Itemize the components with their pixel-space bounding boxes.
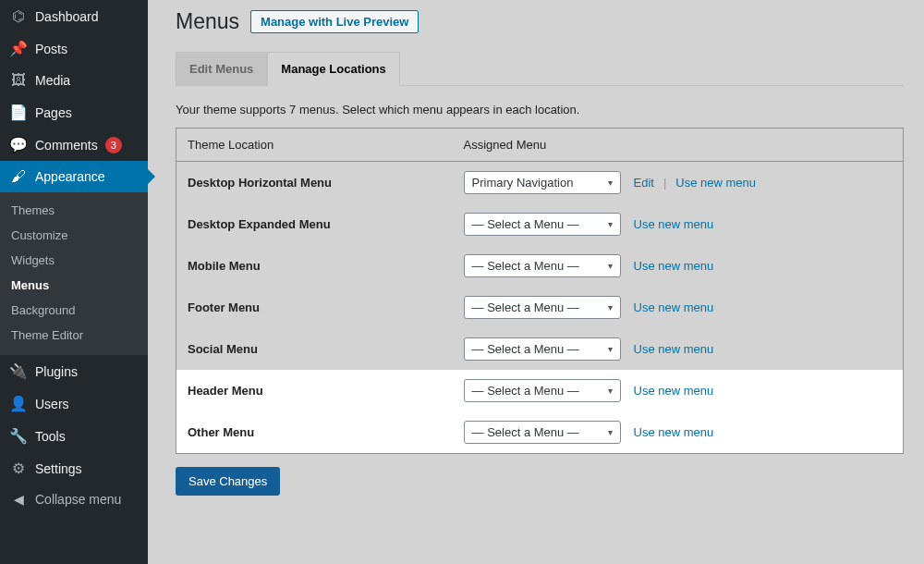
location-name: Footer Menu [176, 287, 453, 328]
use-new-menu-link[interactable]: Use new menu [634, 300, 714, 314]
sidebar-item-comments[interactable]: 💬 Comments 3 [0, 129, 148, 161]
menu-select[interactable]: — Select a Menu —▾ [464, 421, 621, 444]
menu-select-value: — Select a Menu — [472, 259, 579, 273]
sidebar-label-collapse: Collapse menu [35, 492, 121, 507]
sidebar-collapse[interactable]: ◀ Collapse menu [0, 484, 148, 514]
sidebar-item-users[interactable]: 👤 Users [0, 387, 148, 420]
sidebar-label-comments: Comments [35, 138, 98, 153]
row-links: Use new menu [634, 217, 714, 231]
location-assigned-cell: — Select a Menu —▾Use new menu [453, 245, 904, 287]
sidebar-label-tools: Tools [35, 429, 66, 444]
row-links: Use new menu [634, 425, 714, 439]
menu-select[interactable]: — Select a Menu —▾ [464, 213, 621, 236]
location-row: Other Menu— Select a Menu —▾Use new menu [176, 411, 904, 454]
sidebar-label-pages: Pages [35, 105, 72, 120]
menu-select[interactable]: Primary Navigation▾ [464, 171, 621, 194]
table-header-row: Theme Location Assigned Menu [176, 129, 904, 162]
page-header: Menus Manage with Live Preview [176, 9, 904, 34]
sidebar-item-media[interactable]: 🖼 Media [0, 65, 148, 96]
submenu-theme-editor[interactable]: Theme Editor [0, 323, 148, 348]
comments-count-badge: 3 [105, 137, 122, 153]
save-changes-button[interactable]: Save Changes [176, 467, 280, 496]
location-name: Desktop Horizontal Menu [176, 162, 453, 204]
location-row: Header Menu— Select a Menu —▾Use new men… [176, 370, 904, 411]
sidebar-item-appearance[interactable]: 🖌 Appearance [0, 161, 148, 192]
use-new-menu-link[interactable]: Use new menu [675, 176, 756, 190]
sidebar-label-appearance: Appearance [35, 169, 105, 184]
use-new-menu-link[interactable]: Use new menu [634, 259, 714, 273]
comment-icon: 💬 [9, 136, 28, 153]
live-preview-button[interactable]: Manage with Live Preview [250, 10, 419, 33]
submenu-background[interactable]: Background [0, 298, 148, 323]
use-new-menu-link[interactable]: Use new menu [634, 342, 714, 356]
location-name: Other Menu [176, 411, 453, 454]
submenu-themes[interactable]: Themes [0, 198, 148, 223]
submenu-widgets[interactable]: Widgets [0, 248, 148, 273]
appearance-submenu: Themes Customize Widgets Menus Backgroun… [0, 192, 148, 355]
location-row: Desktop Horizontal MenuPrimary Navigatio… [176, 162, 904, 204]
chevron-down-icon: ▾ [608, 178, 613, 188]
tab-manage-locations[interactable]: Manage Locations [267, 52, 399, 86]
sidebar-item-tools[interactable]: 🔧 Tools [0, 420, 148, 452]
menu-select[interactable]: — Select a Menu —▾ [464, 254, 621, 277]
tab-bar: Edit Menus Manage Locations [176, 51, 904, 86]
locations-description: Your theme supports 7 menus. Select whic… [176, 103, 904, 116]
sidebar-label-media: Media [35, 73, 70, 88]
chevron-down-icon: ▾ [608, 344, 613, 354]
edit-menu-link[interactable]: Edit [634, 176, 654, 190]
sidebar-label-plugins: Plugins [35, 364, 78, 379]
location-row: Mobile Menu— Select a Menu —▾Use new men… [176, 245, 904, 287]
use-new-menu-link[interactable]: Use new menu [634, 425, 714, 439]
sliders-icon: ⚙ [9, 460, 28, 477]
location-row: Footer Menu— Select a Menu —▾Use new men… [176, 287, 904, 328]
media-icon: 🖼 [9, 72, 28, 89]
tab-edit-menus[interactable]: Edit Menus [176, 52, 267, 86]
wrench-icon: 🔧 [9, 427, 28, 445]
sidebar-label-settings: Settings [35, 461, 82, 476]
chevron-down-icon: ▾ [608, 386, 613, 396]
sidebar-item-settings[interactable]: ⚙ Settings [0, 452, 148, 484]
use-new-menu-link[interactable]: Use new menu [634, 384, 714, 398]
plugin-icon: 🔌 [9, 362, 28, 380]
location-assigned-cell: Primary Navigation▾Edit|Use new menu [453, 162, 904, 204]
location-name: Mobile Menu [176, 245, 453, 287]
chevron-down-icon: ▾ [608, 427, 613, 437]
menu-select[interactable]: — Select a Menu —▾ [464, 379, 621, 402]
sidebar-label-posts: Posts [35, 42, 67, 56]
sidebar-item-posts[interactable]: 📌 Posts [0, 32, 148, 65]
location-assigned-cell: — Select a Menu —▾Use new menu [453, 370, 904, 411]
row-links: Edit|Use new menu [634, 176, 757, 190]
row-links: Use new menu [634, 259, 714, 273]
pin-icon: 📌 [9, 40, 28, 57]
submenu-customize[interactable]: Customize [0, 223, 148, 248]
collapse-icon: ◀ [9, 492, 28, 507]
sidebar-label-dashboard: Dashboard [35, 9, 99, 24]
location-row: Social Menu— Select a Menu —▾Use new men… [176, 328, 904, 370]
menu-select-value: — Select a Menu — [472, 217, 579, 231]
location-assigned-cell: — Select a Menu —▾Use new menu [453, 287, 904, 328]
col-assigned-menu: Assigned Menu [453, 129, 904, 162]
menu-select[interactable]: — Select a Menu —▾ [464, 337, 621, 361]
link-separator: | [663, 176, 666, 190]
page-icon: 📄 [9, 104, 28, 121]
row-links: Use new menu [634, 384, 714, 398]
menu-select-value: — Select a Menu — [472, 384, 579, 398]
use-new-menu-link[interactable]: Use new menu [634, 217, 714, 231]
chevron-down-icon: ▾ [608, 219, 613, 229]
sidebar-item-dashboard[interactable]: ⌬ Dashboard [0, 0, 148, 32]
menu-select-value: Primary Navigation [472, 176, 574, 190]
main-content: Menus Manage with Live Preview Edit Menu… [148, 0, 924, 564]
location-assigned-cell: — Select a Menu —▾Use new menu [453, 328, 904, 370]
submenu-menus[interactable]: Menus [0, 273, 148, 298]
sidebar-item-plugins[interactable]: 🔌 Plugins [0, 355, 148, 387]
menu-select[interactable]: — Select a Menu —▾ [464, 296, 621, 319]
location-name: Social Menu [176, 328, 453, 370]
locations-table: Theme Location Assigned Menu Desktop Hor… [176, 128, 904, 454]
row-links: Use new menu [634, 342, 714, 356]
page-title: Menus [176, 9, 239, 34]
location-name: Desktop Expanded Menu [176, 203, 453, 245]
dashboard-icon: ⌬ [9, 7, 28, 25]
brush-icon: 🖌 [9, 168, 28, 185]
row-links: Use new menu [634, 300, 714, 314]
sidebar-item-pages[interactable]: 📄 Pages [0, 96, 148, 129]
